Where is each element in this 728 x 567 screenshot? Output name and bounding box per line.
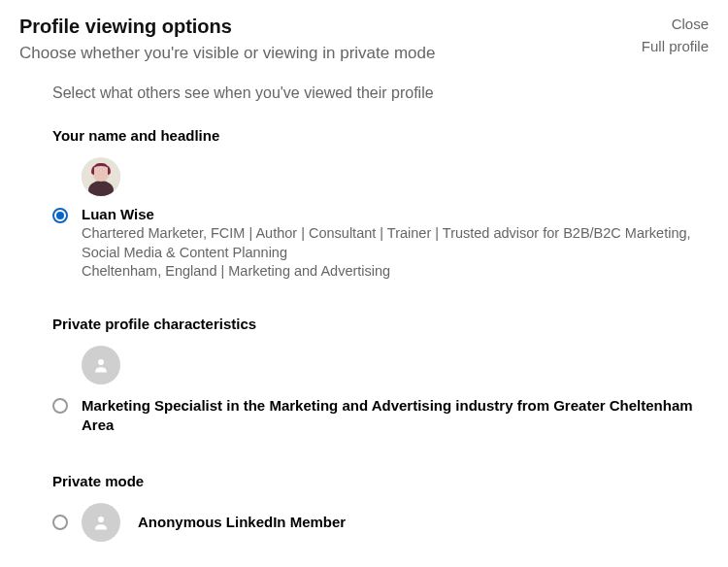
option-full: Luan Wise Chartered Marketer, FCIM | Aut… [52,157,709,279]
radio-semi[interactable] [52,398,68,414]
section-title-full: Your name and headline [52,127,709,144]
semi-description: Marketing Specialist in the Marketing an… [82,396,709,436]
user-location: Cheltenham, England | Marketing and Adve… [82,263,709,279]
option-private: Anonymous LinkedIn Member [52,503,709,542]
avatar-image [82,157,120,196]
page-title: Profile viewing options [19,16,435,38]
option-semi: Marketing Specialist in the Marketing an… [52,346,709,436]
person-icon [92,514,110,531]
instruction-text: Select what others see when you've viewe… [52,84,709,102]
full-profile-link[interactable]: Full profile [642,38,709,54]
private-label: Anonymous LinkedIn Member [138,514,346,530]
section-title-semi: Private profile characteristics [52,316,709,332]
user-name: Luan Wise [82,206,709,222]
page-subtitle: Choose whether you're visible or viewing… [19,44,435,63]
placeholder-avatar [82,346,120,384]
person-icon [92,356,110,374]
placeholder-avatar [82,503,120,542]
close-button[interactable]: Close [642,16,709,32]
svg-point-3 [98,359,104,365]
radio-private[interactable] [52,515,68,530]
section-title-private: Private mode [52,473,709,489]
radio-full[interactable] [52,208,68,223]
avatar [82,157,120,196]
svg-point-4 [98,517,104,522]
user-headline: Chartered Marketer, FCIM | Author | Cons… [82,224,709,262]
